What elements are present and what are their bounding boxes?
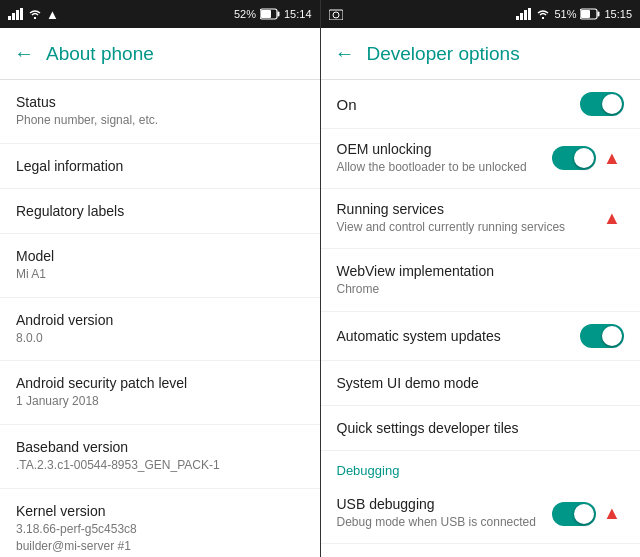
svg-rect-15 (581, 10, 590, 18)
about-phone-header: ← About phone (0, 28, 320, 80)
svg-rect-0 (8, 16, 11, 20)
auto-updates-text: Automatic system updates (337, 328, 571, 344)
developer-options-content: On OEM unlocking Allow the bootloader to… (321, 80, 641, 557)
about-phone-content: Status Phone number, signal, etc. Legal … (0, 80, 320, 557)
oem-unlocking-subtitle: Allow the bootloader to be unlocked (337, 159, 543, 176)
wifi-icon (28, 8, 42, 20)
demo-mode-title: System UI demo mode (337, 375, 625, 391)
status-bar-right: 51% 15:15 (321, 0, 641, 28)
oem-arrow-icon (600, 146, 624, 170)
on-label: On (337, 96, 357, 113)
time-right: 15:15 (604, 8, 632, 20)
svg-rect-12 (528, 8, 531, 20)
debugging-section-label: Debugging (321, 451, 641, 484)
running-services-text: Running services View and control curren… (337, 201, 591, 236)
time-left: 15:14 (284, 8, 312, 20)
svg-point-8 (333, 12, 339, 18)
svg-rect-10 (520, 13, 523, 20)
model-item[interactable]: Model Mi A1 (0, 234, 320, 298)
regulatory-item[interactable]: Regulatory labels (0, 189, 320, 234)
quick-settings-item[interactable]: Quick settings developer tiles (321, 406, 641, 451)
on-toggle[interactable] (580, 92, 624, 116)
usb-debugging-title: USB debugging (337, 496, 543, 512)
developer-options-header: ← Developer options (321, 28, 641, 80)
model-value: Mi A1 (16, 266, 304, 283)
usb-debugging-toggle[interactable] (552, 502, 596, 526)
signal-icon-right (516, 8, 532, 20)
security-patch-value: 1 January 2018 (16, 393, 304, 410)
webview-subtitle: Chrome (337, 281, 625, 298)
oem-unlocking-item[interactable]: OEM unlocking Allow the bootloader to be… (321, 129, 641, 189)
status-bar-right-icons: 52% 15:14 (234, 8, 312, 20)
usb-debugging-item[interactable]: USB debugging Debug mode when USB is con… (321, 484, 641, 544)
regulatory-title: Regulatory labels (16, 203, 304, 219)
auto-updates-item[interactable]: Automatic system updates (321, 312, 641, 361)
android-version-title: Android version (16, 312, 304, 328)
status-bar-left-icons: ▲ (8, 7, 59, 22)
photo-icon (329, 8, 343, 20)
battery-percentage-left: 52% (234, 8, 256, 20)
model-title: Model (16, 248, 304, 264)
usb-debugging-subtitle: Debug mode when USB is connected (337, 514, 543, 531)
status-item[interactable]: Status Phone number, signal, etc. (0, 80, 320, 144)
svg-rect-11 (524, 10, 527, 20)
quick-settings-title: Quick settings developer tiles (337, 420, 625, 436)
revoke-usb-item[interactable]: Revoke USB debugging authorisations (321, 544, 641, 557)
developer-options-title: Developer options (367, 43, 520, 65)
baseband-item[interactable]: Baseband version .TA.2.3.c1-00544-8953_G… (0, 425, 320, 489)
svg-rect-6 (261, 10, 271, 18)
battery-percentage-right: 51% (554, 8, 576, 20)
security-patch-title: Android security patch level (16, 375, 304, 391)
svg-rect-14 (598, 12, 600, 17)
battery-icon-left (260, 8, 280, 20)
oem-unlocking-toggle[interactable] (552, 146, 596, 170)
svg-rect-5 (277, 12, 279, 17)
demo-mode-item[interactable]: System UI demo mode (321, 361, 641, 406)
status-bar-right-right-icons: 51% 15:15 (516, 8, 632, 20)
status-bar-left: ▲ 52% 15:14 (0, 0, 320, 28)
oem-unlocking-title: OEM unlocking (337, 141, 543, 157)
oem-unlocking-text: OEM unlocking Allow the bootloader to be… (337, 141, 543, 176)
svg-rect-3 (20, 8, 23, 20)
developer-options-panel: 51% 15:15 ← Developer options On OEM unl… (321, 0, 641, 557)
network-type-icon: ▲ (46, 7, 59, 22)
on-toggle-row[interactable]: On (321, 80, 641, 129)
status-subtitle: Phone number, signal, etc. (16, 112, 304, 129)
baseband-value: .TA.2.3.c1-00544-8953_GEN_PACK-1 (16, 457, 304, 474)
android-version-item[interactable]: Android version 8.0.0 (0, 298, 320, 362)
webview-item[interactable]: WebView implementation Chrome (321, 249, 641, 313)
baseband-title: Baseband version (16, 439, 304, 455)
kernel-item[interactable]: Kernel version 3.18.66-perf-g5c453c8buil… (0, 489, 320, 557)
kernel-value: 3.18.66-perf-g5c453c8builder@mi-server #… (16, 521, 304, 557)
usb-debugging-text: USB debugging Debug mode when USB is con… (337, 496, 543, 531)
webview-title: WebView implementation (337, 263, 625, 279)
auto-updates-title: Automatic system updates (337, 328, 571, 344)
battery-icon-right (580, 8, 600, 20)
status-bar-right-left-icons (329, 8, 343, 20)
status-title: Status (16, 94, 304, 110)
svg-rect-1 (12, 13, 15, 20)
kernel-title: Kernel version (16, 503, 304, 519)
running-services-subtitle: View and control currently running servi… (337, 219, 591, 236)
auto-updates-toggle[interactable] (580, 324, 624, 348)
back-button-right[interactable]: ← (335, 42, 355, 65)
signal-icon (8, 8, 24, 20)
wifi-icon-right (536, 8, 550, 20)
legal-info-item[interactable]: Legal information (0, 144, 320, 189)
security-patch-item[interactable]: Android security patch level 1 January 2… (0, 361, 320, 425)
running-services-title: Running services (337, 201, 591, 217)
android-version-value: 8.0.0 (16, 330, 304, 347)
svg-rect-9 (516, 16, 519, 20)
about-phone-title: About phone (46, 43, 154, 65)
legal-info-title: Legal information (16, 158, 304, 174)
running-services-arrow-icon (600, 206, 624, 230)
about-phone-panel: ▲ 52% 15:14 ← About phone Status Phone n… (0, 0, 321, 557)
usb-arrow-icon (600, 502, 624, 526)
back-button-left[interactable]: ← (14, 42, 34, 65)
running-services-item[interactable]: Running services View and control curren… (321, 189, 641, 249)
svg-rect-2 (16, 10, 19, 20)
